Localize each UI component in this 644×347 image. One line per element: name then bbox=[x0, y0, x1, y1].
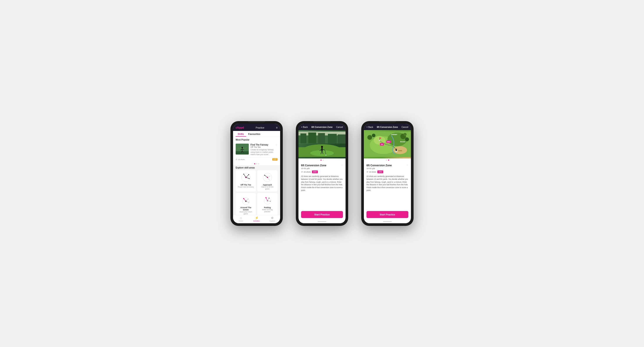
dot-1 bbox=[254, 163, 255, 164]
bottom-bar-2 bbox=[298, 220, 346, 223]
explore-label: Explore skill areas bbox=[236, 167, 278, 169]
svg-rect-49 bbox=[338, 134, 346, 143]
carousel-dots bbox=[233, 162, 280, 165]
svg-point-67 bbox=[372, 134, 376, 137]
nav-capture-label: Capture bbox=[270, 220, 275, 222]
svg-point-18 bbox=[249, 178, 250, 179]
phone-3: < Back 6ft Conversion Zone Cancel bbox=[361, 121, 414, 226]
skill-card-approach[interactable]: Approach Dial-in to hit the green bbox=[257, 170, 278, 192]
ott-badge: OTT bbox=[272, 158, 278, 161]
favourite-icon-2[interactable]: ☆ bbox=[341, 164, 343, 166]
practice-content: Most Popular bbox=[233, 137, 280, 215]
drill-photo bbox=[298, 130, 346, 158]
card-meta: ⏱ 10 shots OTT bbox=[236, 157, 278, 161]
favourite-icon-3[interactable]: ☆ bbox=[406, 164, 408, 166]
tab-favourites[interactable]: Favourites bbox=[246, 131, 263, 137]
featured-card-title: Find The Fairway bbox=[250, 144, 268, 146]
svg-point-31 bbox=[243, 198, 244, 199]
svg-line-30 bbox=[246, 201, 249, 202]
svg-rect-46 bbox=[308, 133, 316, 143]
featured-card-desc: Create an imaginary fairway using trees … bbox=[250, 149, 278, 156]
ott-skill-name: Off The Tee bbox=[238, 184, 254, 186]
back-button-3[interactable]: < Back bbox=[366, 126, 373, 128]
svg-point-69 bbox=[405, 138, 409, 141]
cancel-button-3[interactable]: Cancel bbox=[402, 126, 408, 128]
arg-badge-2: ARG bbox=[312, 170, 318, 173]
atg-skill-desc: Hone your short game bbox=[238, 211, 254, 215]
svg-line-22 bbox=[265, 175, 268, 177]
img-dot-3-2 bbox=[388, 160, 389, 161]
svg-point-33 bbox=[248, 202, 249, 203]
drill-content-2: 6ft Conversion Zone ☆ 10-50 yds ⏱ 20 sho… bbox=[298, 162, 346, 209]
svg-rect-48 bbox=[328, 134, 337, 143]
svg-line-29 bbox=[246, 199, 248, 201]
skill-card-atg[interactable]: Around The Green Hone your short game bbox=[236, 193, 256, 215]
featured-card-subtitle: Off The Tee bbox=[250, 146, 268, 148]
menu-icon[interactable]: ≡ bbox=[276, 126, 278, 129]
tabs-bar: Drills Favourites bbox=[233, 131, 280, 137]
nav-activities[interactable]: ⚡ Activities bbox=[249, 216, 264, 222]
drill-title-row-3: 6ft Conversion Zone ☆ bbox=[366, 164, 408, 167]
svg-text:Hit: Hit bbox=[381, 144, 383, 145]
putting-icon bbox=[262, 195, 273, 206]
ott-icon bbox=[240, 172, 251, 183]
featured-card-inner: Find The Fairway Off The Tee ☆ Create an… bbox=[236, 144, 278, 156]
nav-home[interactable]: ⌂ Home bbox=[233, 216, 249, 222]
home-icon: ⌂ bbox=[240, 216, 242, 220]
featured-drill-card[interactable]: Find The Fairway Off The Tee ☆ Create an… bbox=[233, 142, 280, 162]
svg-point-40 bbox=[268, 198, 270, 199]
drill-meta-3: ⏱ 20 shots ARG bbox=[366, 170, 408, 173]
dot-2 bbox=[256, 163, 257, 164]
drill-desc-2: 20 shots are randomly generated at dista… bbox=[301, 175, 343, 192]
nav-home-label: Home bbox=[239, 220, 243, 222]
approach-icon-area bbox=[262, 172, 273, 183]
skills-section: Explore skill areas bbox=[233, 165, 280, 215]
nav-capture[interactable]: ⊕ Capture bbox=[264, 216, 280, 222]
clock-icon-2: ⏱ bbox=[301, 171, 303, 173]
svg-point-42 bbox=[270, 201, 271, 202]
drill-header-3: < Back 6ft Conversion Zone Cancel bbox=[364, 124, 411, 130]
drill-distance-2: 10-50 yds bbox=[301, 167, 343, 170]
svg-rect-45 bbox=[300, 134, 306, 143]
atg-skill-name: Around The Green bbox=[238, 206, 254, 211]
back-button-2[interactable]: < Back bbox=[301, 126, 308, 128]
shots-meta-2: ⏱ 20 shots bbox=[301, 171, 311, 173]
image-dots-2 bbox=[298, 158, 346, 162]
svg-rect-81 bbox=[380, 138, 380, 141]
golf-map-svg: Miss Hit FAIRWAY ROUGH SAND bbox=[364, 130, 411, 158]
drill-content-3: 6ft Conversion Zone ☆ 10-50 yds ⏱ 20 sho… bbox=[364, 162, 411, 209]
arg-badge-3: ARG bbox=[377, 170, 383, 173]
drill-header-title-3: 6ft Conversion Zone bbox=[377, 126, 398, 128]
card-shots: ⏱ 10 shots bbox=[236, 158, 244, 160]
svg-point-32 bbox=[248, 199, 248, 199]
most-popular-label: Most Popular bbox=[233, 137, 280, 142]
ott-skill-desc: Power and accuracy bbox=[238, 186, 254, 188]
svg-point-16 bbox=[243, 174, 244, 175]
svg-rect-1 bbox=[236, 151, 249, 155]
phones-container: clippd Practice ≡ Drills Favourites Most… bbox=[230, 121, 414, 226]
svg-text:Miss: Miss bbox=[387, 141, 390, 143]
atg-icon-area bbox=[240, 195, 251, 206]
skill-card-putting[interactable]: Putting Make and lag practice bbox=[257, 193, 278, 215]
drill-header-title-2: 6ft Conversion Zone bbox=[312, 126, 333, 128]
bottom-bar-3 bbox=[364, 220, 411, 223]
tab-drills[interactable]: Drills bbox=[236, 131, 246, 137]
featured-drill-image bbox=[236, 144, 249, 155]
drill-meta-2: ⏱ 20 shots ARG bbox=[301, 170, 343, 173]
phone-3-screen: < Back 6ft Conversion Zone Cancel bbox=[364, 124, 411, 223]
img-dot-2 bbox=[323, 160, 324, 161]
start-practice-button-2[interactable]: Start Practice bbox=[301, 211, 343, 218]
svg-line-15 bbox=[246, 177, 249, 179]
skill-card-ott[interactable]: Off The Tee Power and accuracy bbox=[236, 170, 256, 192]
svg-rect-47 bbox=[318, 133, 325, 143]
start-practice-button-3[interactable]: Start Practice bbox=[366, 211, 408, 218]
cancel-button-2[interactable]: Cancel bbox=[336, 126, 343, 128]
golf-image-svg bbox=[236, 144, 249, 155]
approach-icon bbox=[262, 172, 273, 183]
putting-skill-desc: Make and lag practice bbox=[259, 209, 276, 213]
favourite-icon[interactable]: ☆ bbox=[276, 144, 278, 146]
phone-2: < Back 6ft Conversion Zone Cancel bbox=[296, 121, 348, 226]
svg-point-17 bbox=[248, 174, 249, 175]
svg-point-70 bbox=[404, 133, 406, 136]
capture-icon: ⊕ bbox=[271, 216, 274, 220]
